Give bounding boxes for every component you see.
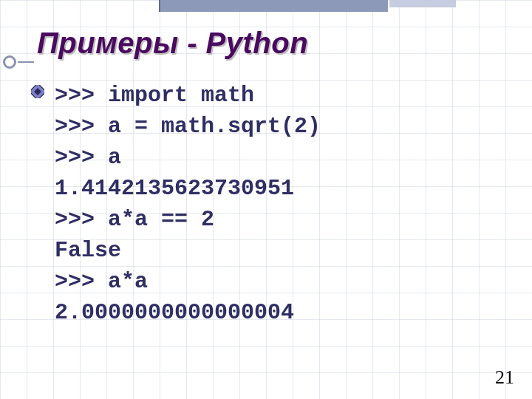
code-line: 1.4142135623730951 [55,176,294,201]
code-line: >>> a [55,145,121,170]
circle-icon [3,55,16,69]
code-line: >>> a*a [55,269,148,294]
line-icon [18,61,34,63]
slide-title: Примеры - Python [37,27,308,60]
page-number: 21 [495,366,514,389]
header-accent-bar [159,0,388,12]
code-block: >>> import math >>> a = math.sqrt(2) >>>… [55,80,321,328]
code-line: 2.0000000000000004 [55,300,294,325]
code-line: >>> import math [55,83,254,108]
slide: Примеры - Python >>> import math >>> a =… [0,0,532,399]
code-line: >>> a*a == 2 [55,207,214,232]
code-line: >>> a = math.sqrt(2) [55,114,321,139]
code-line: False [55,238,121,263]
bullet-icon [31,85,44,98]
